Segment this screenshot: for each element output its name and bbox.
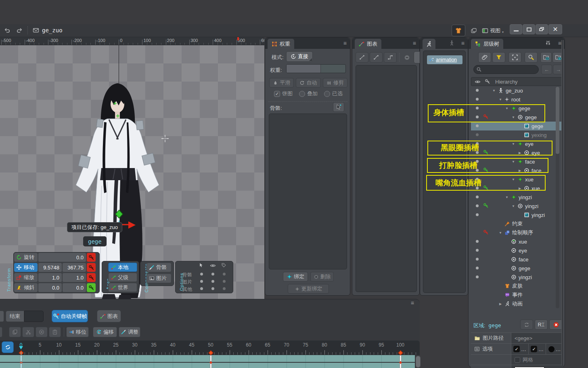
bone-pointer-button[interactable] (333, 102, 344, 112)
weights-action-2[interactable]: 修剪 (323, 78, 347, 88)
sliders-icon[interactable] (545, 40, 551, 46)
timeline-tracks[interactable] (0, 355, 415, 368)
options-dot[interactable] (223, 287, 226, 290)
bind-button[interactable]: 绑定 (283, 272, 308, 282)
transform-tool-0[interactable]: 旋转 (14, 253, 38, 262)
tree-node[interactable]: gege (518, 123, 543, 129)
tree-scrollbar-thumb[interactable] (556, 87, 559, 154)
transform-value-x[interactable]: 0.0 (38, 283, 62, 292)
options-dot[interactable] (211, 287, 214, 290)
visibility-dot[interactable] (476, 258, 479, 261)
undo-button[interactable] (2, 25, 13, 36)
tree-row-约束[interactable]: 约束 (471, 219, 561, 228)
tree-row-yingzi[interactable]: yingzi (471, 210, 561, 219)
paste-button[interactable] (49, 327, 61, 337)
focus-button[interactable] (508, 52, 521, 63)
clear-button[interactable] (36, 327, 48, 337)
bones-list[interactable] (269, 114, 347, 269)
expander-icon[interactable]: ▶ (498, 302, 502, 306)
key-button-red[interactable] (87, 273, 96, 282)
tree-node[interactable]: eye (505, 248, 527, 254)
tree-node[interactable]: yingzi (518, 212, 545, 218)
tree-row-事件[interactable]: 事件 (471, 290, 561, 299)
options-dot[interactable] (223, 280, 226, 283)
swap-attachment-button[interactable] (520, 320, 533, 330)
tree-node[interactable]: gege (505, 265, 530, 271)
options-dot[interactable] (200, 273, 203, 275)
visibility-dot[interactable] (476, 133, 479, 136)
view-menu-button[interactable]: 视图 ▾ (480, 25, 507, 36)
transform-value-x[interactable]: 1.0 (38, 273, 62, 282)
pose-icon[interactable] (449, 40, 455, 46)
expander-icon[interactable]: ▼ (492, 89, 496, 93)
tree-row-yingzi[interactable]: yingzi (471, 273, 561, 282)
key-button-green[interactable] (87, 283, 96, 292)
tree-row-face[interactable]: face (471, 255, 561, 264)
tab-animations[interactable] (423, 39, 435, 49)
tree-row-root[interactable]: ▼root (471, 95, 561, 104)
animation-item[interactable]: animation (427, 55, 462, 64)
expander-icon[interactable]: ▼ (498, 98, 502, 101)
hierarchy-menu-icon[interactable]: ≡ (558, 40, 561, 46)
update-bind-button[interactable]: 更新绑定 (288, 284, 329, 294)
dock-tool-0[interactable]: 移位 (66, 327, 89, 337)
copies-button[interactable] (468, 25, 479, 36)
transform-value-y[interactable]: 0.0 (63, 283, 86, 292)
timeline-ruler[interactable]: 0510152025303540455055606570758085909510… (0, 341, 420, 355)
visibility-dot[interactable] (476, 89, 479, 92)
clipped-left-button2[interactable] (0, 327, 2, 337)
key-icon-red[interactable] (483, 229, 490, 235)
options-dot[interactable] (211, 280, 214, 283)
weights-checkbox-1[interactable]: 叠加 (299, 90, 318, 97)
tree-row-gege[interactable]: gege (471, 264, 561, 273)
animations-menu-icon[interactable]: ≡ (461, 40, 465, 46)
curve-linear-button[interactable] (356, 52, 368, 63)
end-frame-input[interactable] (24, 311, 44, 322)
mode-dropdown[interactable]: 直接 (286, 51, 313, 62)
visibility-dot[interactable] (476, 213, 479, 216)
tree-row-动画[interactable]: ▶动画 (471, 299, 561, 308)
transform-value-y[interactable]: 367.75 (63, 263, 86, 272)
redo-button[interactable] (14, 25, 25, 36)
dock-graph-button[interactable]: 图表 (97, 310, 121, 322)
mail-button[interactable] (30, 25, 42, 36)
axes-parent[interactable]: 父级 (108, 273, 137, 282)
clipped-left-button[interactable] (0, 311, 4, 322)
options-dot[interactable] (223, 273, 226, 275)
expander-icon[interactable]: ▼ (511, 204, 515, 208)
option-color[interactable]: … (546, 344, 563, 354)
key-button-red[interactable] (87, 263, 96, 272)
remove-curve-button[interactable] (402, 52, 412, 63)
weights-checkbox-2[interactable]: 已选 (324, 90, 343, 97)
dock-menu-icon[interactable]: ≡ (411, 300, 414, 306)
tree-row-yingzi[interactable]: ▼yingzi (471, 202, 561, 210)
tree-node[interactable]: xue (505, 239, 527, 245)
playhead-line[interactable] (21, 352, 21, 368)
tree-node[interactable]: 事件 (498, 291, 523, 299)
tree-row-绘制顺序[interactable]: ▼绘制顺序 (471, 228, 561, 237)
delete-region-button[interactable] (549, 320, 563, 330)
loop-button[interactable] (2, 341, 14, 353)
axes-local[interactable]: 本地 (108, 263, 137, 272)
skins-quick-button[interactable] (452, 25, 465, 36)
options-dot[interactable] (200, 287, 203, 290)
hierarchy-outer-scrollbar[interactable] (561, 40, 564, 366)
key-button-red[interactable] (87, 253, 96, 262)
tree-node[interactable]: ▼绘制顺序 (498, 229, 533, 236)
tab-hierarchy[interactable]: 层级树 (471, 39, 503, 49)
tree-node[interactable]: yingzi (505, 274, 532, 280)
weights-menu-icon[interactable]: ≡ (343, 40, 347, 46)
autokey-button[interactable]: 自动关键帧 (52, 310, 88, 322)
options-dot[interactable] (200, 280, 203, 283)
visibility-dot[interactable] (476, 240, 479, 243)
viewport[interactable]: -500-400-300-200-1000100200300400500600 (0, 37, 264, 299)
option-check-2[interactable]: ✓… (529, 344, 546, 354)
keyframe-diamond[interactable] (398, 350, 403, 355)
copy-button[interactable] (9, 327, 21, 337)
tree-scrollbar[interactable] (556, 87, 559, 308)
tree-node[interactable]: ▼root (498, 97, 520, 103)
rename-button[interactable]: R⌶ (535, 320, 548, 330)
search-input[interactable] (473, 65, 539, 74)
search-prev-button[interactable]: ← (541, 65, 552, 74)
compensate-images[interactable]: 图片 (146, 273, 172, 283)
